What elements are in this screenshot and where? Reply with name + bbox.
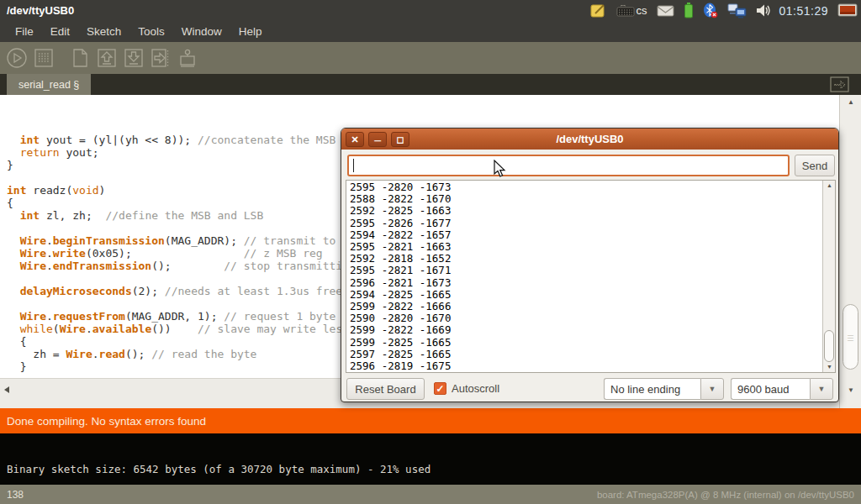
tab-label: serial_read § — [18, 79, 79, 91]
serial-monitor-button[interactable] — [176, 47, 198, 70]
serial-output: 2595 -2820 -16732588 -2822 -16702592 -28… — [350, 181, 821, 372]
autoscroll-label: Autoscroll — [452, 382, 499, 395]
board-info: board: ATmega328P(A) @ 8 MHz (internal) … — [597, 490, 861, 500]
serial-monitor-window: ✕ ＿ ◻ /dev/ttyUSB0 Send 2595 -2820 -1673… — [341, 128, 839, 402]
new-sketch-button[interactable] — [68, 47, 91, 70]
menu-item-help[interactable]: Help — [230, 23, 271, 40]
serial-scroll-up-icon[interactable]: ▲ — [823, 182, 836, 188]
serial-scroll-down-icon[interactable]: ▼ — [823, 364, 836, 370]
verify-button[interactable] — [5, 47, 28, 70]
serial-controls: Reset Board ✓ Autoscroll No line ending … — [341, 378, 838, 400]
scroll-up-icon[interactable]: ▲ — [840, 98, 861, 106]
serial-monitor-titlebar[interactable]: ✕ ＿ ◻ /dev/ttyUSB0 — [341, 129, 838, 150]
scroll-down-icon[interactable]: ▼ — [840, 386, 861, 394]
serial-line: 2588 -2822 -1670 — [350, 193, 821, 205]
serial-line: 2595 -2821 -1671 — [350, 265, 821, 276]
tab-menu-icon[interactable] — [830, 76, 849, 92]
compile-status-text: Done compiling. No syntax errors found — [0, 415, 206, 428]
serial-line: 2596 -2819 -1675 — [350, 360, 821, 372]
session-icon[interactable] — [837, 3, 858, 18]
serial-output-area[interactable]: 2595 -2820 -16732588 -2822 -16702592 -28… — [346, 180, 836, 373]
text-caret — [353, 159, 354, 172]
bluetooth-icon[interactable] — [703, 3, 718, 18]
top-panel: /dev/ttyUSB0 cs 01:51:29 — [0, 0, 861, 21]
keyboard-layout-label: cs — [637, 4, 647, 17]
line-ending-dropdown[interactable]: No line ending ▼ — [604, 378, 724, 400]
editor-scrollbar-thumb[interactable]: ——— — [843, 304, 858, 370]
serial-line: 2590 -2820 -1670 — [350, 312, 821, 324]
compile-status-bar: Done compiling. No syntax errors found — [0, 408, 861, 433]
system-tray: cs 01:51:29 — [590, 3, 861, 18]
serial-line: 2599 -2822 -1669 — [350, 324, 821, 336]
cursor-line-number: 138 — [0, 489, 24, 501]
serial-line: 2592 -2818 -1652 — [350, 253, 821, 265]
thumb-grip: ——— — [848, 333, 853, 341]
save-sketch-button[interactable] — [122, 47, 145, 70]
menu-bar: FileEditSketchToolsWindowHelp — [0, 21, 861, 42]
menu-item-edit[interactable]: Edit — [42, 23, 78, 40]
maximize-button[interactable]: ◻ — [391, 132, 409, 147]
tab-serial-read[interactable]: serial_read § — [7, 74, 91, 95]
stop-button[interactable] — [32, 47, 55, 70]
baud-rate-dropdown[interactable]: 9600 baud ▼ — [731, 378, 833, 400]
serial-line: 2595 -2820 -1673 — [350, 181, 821, 193]
line-ending-value: No line ending — [604, 378, 700, 400]
ide-toolbar — [0, 42, 861, 74]
autoscroll-checkbox[interactable]: ✓ — [434, 382, 446, 395]
baud-rate-value: 9600 baud — [731, 378, 810, 400]
upload-button[interactable] — [149, 47, 172, 70]
build-console-text: Binary sketch size: 6542 bytes (of a 307… — [7, 463, 430, 475]
scroll-left-icon[interactable] — [4, 386, 9, 393]
send-button-label: Send — [802, 160, 827, 172]
volume-icon[interactable] — [756, 3, 770, 18]
keyboard-layout-icon[interactable]: cs — [616, 4, 647, 17]
serial-scrollbar-thumb[interactable] — [824, 330, 834, 362]
serial-line: 2592 -2825 -1663 — [350, 205, 821, 217]
battery-icon[interactable] — [684, 3, 694, 18]
serial-line: 2599 -2822 -1666 — [350, 301, 821, 312]
menu-item-sketch[interactable]: Sketch — [78, 23, 129, 40]
reset-board-label: Reset Board — [355, 383, 415, 396]
minimize-button[interactable]: ＿ — [368, 132, 387, 147]
mouse-cursor — [493, 160, 510, 178]
serial-line: 2597 -2825 -1665 — [350, 349, 821, 360]
menu-item-window[interactable]: Window — [173, 23, 230, 40]
menu-item-file[interactable]: File — [7, 23, 42, 40]
serial-line: 2595 -2826 -1677 — [350, 218, 821, 229]
note-icon[interactable] — [590, 3, 607, 18]
panel-clock[interactable]: 01:51:29 — [779, 4, 829, 18]
open-sketch-button[interactable] — [95, 47, 118, 70]
mail-icon[interactable] — [657, 5, 674, 17]
chevron-down-icon[interactable]: ▼ — [810, 378, 833, 400]
tab-bar: serial_read § — [0, 74, 861, 95]
editor-vertical-scrollbar[interactable]: ▲ ——— ▼ — [839, 95, 861, 408]
serial-scrollbar[interactable]: ▲ ▼ — [822, 181, 835, 372]
chevron-down-icon[interactable]: ▼ — [700, 378, 724, 400]
send-button[interactable]: Send — [795, 155, 835, 176]
footer-status-strip: 138 board: ATmega328P(A) @ 8 MHz (intern… — [0, 485, 861, 504]
serial-line: 2596 -2821 -1673 — [350, 277, 821, 289]
serial-line: 2594 -2822 -1657 — [350, 229, 821, 241]
serial-line: 2595 -2821 -1663 — [350, 241, 821, 253]
reset-board-button[interactable]: Reset Board — [346, 378, 425, 400]
build-console: Binary sketch size: 6542 bytes (of a 307… — [0, 433, 861, 485]
panel-window-title: /dev/ttyUSB0 — [0, 4, 74, 17]
serial-send-input[interactable] — [347, 155, 790, 176]
menu-item-tools[interactable]: Tools — [129, 23, 173, 40]
serial-line: 2594 -2825 -1665 — [350, 289, 821, 301]
network-icon[interactable] — [727, 3, 747, 18]
close-button[interactable]: ✕ — [346, 132, 364, 147]
serial-monitor-title: /dev/ttyUSB0 — [341, 133, 838, 145]
serial-line: 2599 -2825 -1665 — [350, 337, 821, 349]
